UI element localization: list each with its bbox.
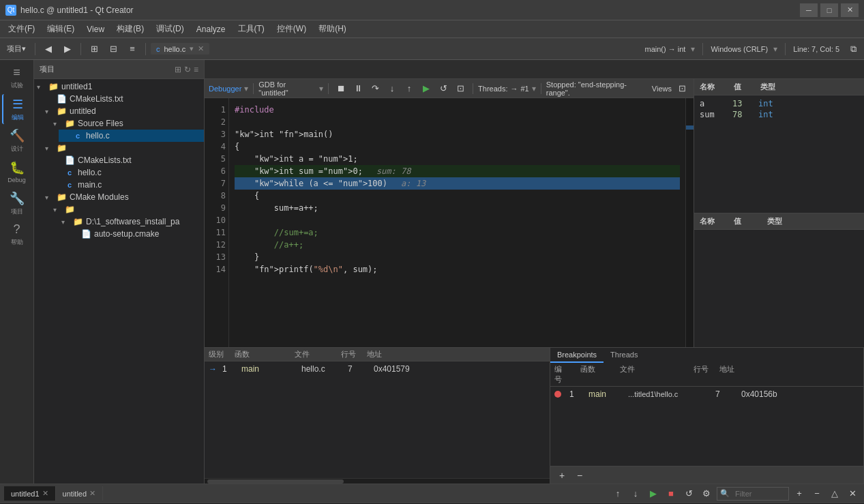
menu-item-e[interactable]: 编辑(E): [42, 22, 80, 36]
output-scroll-up[interactable]: ↑: [610, 486, 625, 501]
bp-tab-threads[interactable]: Threads: [604, 348, 644, 363]
sidebar-item-编辑[interactable]: ☰编辑: [2, 94, 32, 124]
tree-label: main.c: [78, 180, 102, 190]
output-rebuild[interactable]: ↺: [681, 486, 696, 501]
tree-label: CMakeLists.txt: [70, 94, 123, 104]
tree-item-10[interactable]: ▾📁: [50, 203, 204, 216]
split-btn[interactable]: ⧉: [845, 41, 861, 57]
minimize-button[interactable]: ─: [800, 3, 818, 17]
sidebar-item-Debug[interactable]: 🐛Debug: [2, 157, 32, 187]
editor-tabs: [205, 60, 864, 79]
code-content[interactable]: #include "kw">int "fn">main(){ "kw">int …: [229, 98, 685, 347]
output-settings[interactable]: ⚙: [699, 486, 714, 501]
tb-btn1[interactable]: ⊞: [86, 41, 102, 57]
bp-col-num: 编号: [554, 364, 568, 385]
bp-tab-breakpoints[interactable]: Breakpoints: [550, 348, 604, 363]
output-maximize[interactable]: △: [827, 486, 842, 501]
tree-label: Source Files: [78, 119, 123, 128]
tb-btn3[interactable]: ≡: [124, 41, 140, 57]
dbg-step-into[interactable]: ↓: [385, 81, 400, 96]
stack-addr: 0x401579: [374, 364, 410, 374]
back-btn[interactable]: ◀: [40, 41, 57, 57]
code-line-2: [235, 116, 680, 128]
output-tab-untitled1[interactable]: untitled1 ✕: [4, 486, 56, 501]
menu-item-w[interactable]: 控件(W): [271, 22, 312, 36]
thread-dropdown[interactable]: ▾: [532, 84, 536, 93]
stack-file: hello.c: [301, 364, 342, 374]
dbg-stop-btn[interactable]: ⏹: [333, 81, 348, 96]
stack-scrollbar[interactable]: [205, 478, 550, 484]
gdb-dropdown[interactable]: ▾: [319, 84, 323, 93]
code-line-9: sum+=a++;: [235, 202, 680, 214]
dbg-interrupt[interactable]: ⊡: [453, 81, 468, 96]
tree-item-7[interactable]: chello.c: [50, 166, 204, 179]
dbg-run[interactable]: ▶: [419, 81, 434, 96]
menu-item-d[interactable]: 调试(D): [151, 22, 190, 36]
tree-item-11[interactable]: ▾📁D:\1_softwares_install_pa: [59, 216, 204, 228]
sidebar-item-项目[interactable]: 🔧项目: [2, 188, 32, 218]
bp-line: 7: [715, 389, 736, 399]
filter-icon[interactable]: ⊞: [175, 65, 181, 74]
debugger-dropdown[interactable]: ▾: [244, 84, 248, 93]
close-button[interactable]: ✕: [841, 3, 859, 17]
output-add[interactable]: +: [792, 486, 807, 501]
tree-item-9[interactable]: ▾📁CMake Modules: [42, 191, 204, 203]
bp-add-btn[interactable]: +: [554, 468, 569, 483]
sidebar-item-试验[interactable]: ≡试验: [2, 63, 32, 93]
file-tab-toolbar[interactable]: c hello.c ▾ ✕: [151, 43, 209, 55]
output-remove[interactable]: −: [809, 486, 824, 501]
output-stop[interactable]: ■: [664, 486, 679, 501]
bp-remove-btn[interactable]: −: [572, 468, 587, 483]
sidebar-item-帮助[interactable]: ?帮助: [2, 220, 32, 250]
dbg-pause-btn[interactable]: ⏸: [351, 81, 366, 96]
tb-btn2[interactable]: ⊟: [105, 41, 121, 57]
sync-icon[interactable]: ↻: [184, 65, 191, 74]
file-tab-dropdown[interactable]: ▾: [190, 44, 194, 53]
menu-item-t[interactable]: 工具(T): [233, 22, 270, 36]
menu-item-view[interactable]: View: [81, 23, 110, 35]
menu-item-h[interactable]: 帮助(H): [313, 22, 352, 36]
menu-item-analyze[interactable]: Analyze: [191, 23, 231, 35]
forward-btn[interactable]: ▶: [59, 41, 76, 57]
tree-item-0[interactable]: ▾📁untitled1: [34, 80, 204, 93]
file-tree-body[interactable]: ▾📁untitled1📄CMakeLists.txt▾📁untitled▾📁So…: [34, 79, 204, 484]
tree-item-6[interactable]: 📄CMakeLists.txt: [50, 154, 204, 166]
sidebar-item-设计[interactable]: 🔨设计: [2, 125, 32, 155]
line-num-2: 2: [207, 116, 226, 128]
tree-item-1[interactable]: 📄CMakeLists.txt: [42, 93, 204, 105]
file-tree-header: 项目 ⊞ ↻ ≡: [34, 60, 204, 79]
output-scroll-down[interactable]: ↓: [628, 486, 643, 501]
menu-item-f[interactable]: 文件(F): [3, 22, 40, 36]
filter-input[interactable]: [731, 487, 786, 501]
maximize-button[interactable]: □: [820, 3, 838, 17]
output-tab2-close[interactable]: ✕: [89, 489, 95, 498]
collapse-icon[interactable]: ≡: [194, 65, 198, 74]
watch2-col-type: 类型: [767, 216, 782, 226]
menu-item-b[interactable]: 构建(B): [111, 22, 149, 36]
file-tab-close[interactable]: ✕: [198, 44, 204, 53]
dbg-step-over[interactable]: ↷: [368, 81, 383, 96]
tree-item-5[interactable]: ▾📁: [42, 142, 204, 154]
watch-panel2: 名称 值 类型: [694, 213, 864, 347]
file-icon: 📁: [64, 119, 75, 128]
output-run[interactable]: ▶: [646, 486, 661, 501]
tree-label: CMake Modules: [70, 192, 129, 202]
dbg-step-out[interactable]: ↑: [402, 81, 417, 96]
output-tab-untitled[interactable]: untitled ✕: [56, 486, 103, 501]
dbg-reset[interactable]: ↺: [436, 81, 451, 96]
tree-item-12[interactable]: 📄auto-setup.cmake: [67, 228, 204, 240]
tree-label: D:\1_softwares_install_pa: [86, 217, 179, 226]
code-scroll[interactable]: 1234567891011121314 #include "kw">int "f…: [205, 98, 694, 347]
output-close[interactable]: ✕: [845, 486, 860, 501]
tree-item-3[interactable]: ▾📁Source Files: [50, 117, 204, 130]
chevron-icon: ▾: [45, 108, 53, 115]
tree-item-2[interactable]: ▾📁untitled: [42, 105, 204, 117]
code-line-13: }: [235, 251, 680, 263]
panel-expand[interactable]: ⊡: [674, 81, 689, 96]
watch-type-sum: int: [758, 110, 773, 119]
tree-item-4[interactable]: chello.c: [59, 130, 204, 142]
file-tree-title: 项目: [40, 64, 55, 74]
tree-item-8[interactable]: cmain.c: [50, 179, 204, 191]
output-tab1-close[interactable]: ✕: [42, 489, 48, 498]
project-dropdown[interactable]: 项目 ▾: [3, 41, 30, 57]
